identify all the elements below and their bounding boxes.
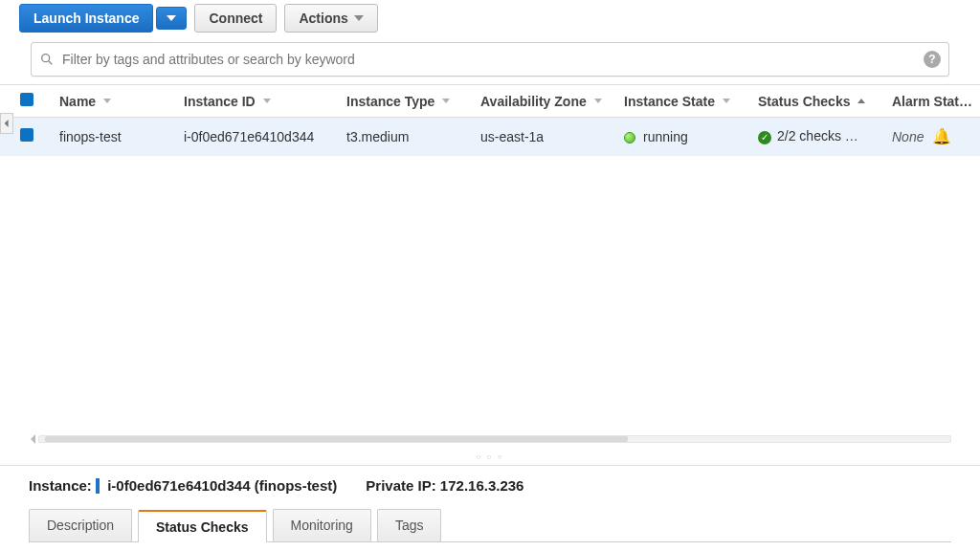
column-header-alarm-status[interactable]: Alarm Status [886, 85, 980, 118]
cell-name: finops-test [54, 118, 178, 156]
help-icon[interactable]: ? [924, 51, 941, 68]
column-header-instance-type[interactable]: Instance Type [341, 85, 475, 118]
filter-input[interactable] [62, 52, 924, 67]
sort-caret-up-icon [858, 99, 865, 103]
cell-status-checks: ✓2/2 checks … [752, 118, 886, 156]
svg-marker-2 [5, 120, 9, 127]
panel-collapse-handle[interactable] [0, 113, 13, 134]
instances-table: Name Instance ID Instance Type Availabil… [0, 84, 980, 156]
tab-tags[interactable]: Tags [377, 509, 442, 541]
row-checkbox[interactable] [20, 128, 33, 142]
cell-instance-state: running [618, 118, 752, 156]
scrollbar-thumb[interactable] [45, 436, 628, 442]
sort-caret-icon [263, 99, 271, 103]
cell-availability-zone: us-east-1a [475, 118, 618, 156]
chevron-left-icon [3, 119, 11, 128]
column-header-name[interactable]: Name [54, 85, 178, 118]
table-row[interactable]: finops-test i-0f0ed671e6410d344 t3.mediu… [0, 118, 980, 156]
column-header-status-checks[interactable]: Status Checks [752, 85, 886, 118]
sort-caret-icon [103, 99, 111, 103]
tab-status-checks[interactable]: Status Checks [138, 510, 266, 542]
check-circle-icon: ✓ [758, 131, 771, 144]
svg-point-0 [42, 55, 50, 62]
launch-instance-button[interactable]: Launch Instance [19, 4, 153, 33]
launch-instance-dropdown-button[interactable] [156, 7, 187, 30]
panel-resize-handle[interactable]: ○ ○ ○ [477, 452, 504, 461]
details-header: Instance: i-0f0ed671e6410d344 (finops-te… [29, 474, 951, 509]
search-icon [39, 52, 55, 67]
actions-button-label: Actions [299, 11, 347, 26]
scrollbar-track[interactable] [38, 435, 951, 443]
alarm-bell-icon[interactable]: 🔔 [927, 128, 950, 144]
filter-bar: ? [31, 42, 949, 77]
private-ip-label: Private IP: [366, 477, 435, 494]
cell-instance-id: i-0f0ed671e6410d344 [178, 118, 341, 156]
column-header-instance-id[interactable]: Instance ID [178, 85, 341, 118]
toolbar: Launch Instance Connect Actions [0, 0, 980, 42]
sort-caret-icon [594, 99, 602, 103]
horizontal-scrollbar[interactable] [29, 434, 951, 444]
cell-instance-type: t3.medium [341, 118, 475, 156]
select-all-checkbox[interactable] [20, 93, 33, 106]
column-header-instance-state[interactable]: Instance State [618, 85, 752, 118]
tab-monitoring[interactable]: Monitoring [273, 509, 371, 541]
instance-label: Instance: [29, 477, 92, 494]
scroll-left-icon [29, 434, 38, 444]
details-panel: Instance: i-0f0ed671e6410d344 (finops-te… [0, 465, 980, 551]
caret-down-icon [167, 15, 176, 21]
connect-button[interactable]: Connect [194, 4, 277, 33]
caret-down-icon [354, 15, 364, 21]
instance-marker-icon [96, 478, 100, 494]
cell-alarm-status: None 🔔 [886, 118, 980, 156]
svg-marker-3 [31, 434, 35, 444]
tab-description[interactable]: Description [29, 509, 132, 541]
details-tabs: Description Status Checks Monitoring Tag… [29, 509, 951, 542]
running-state-icon [624, 132, 635, 143]
column-header-availability-zone[interactable]: Availability Zone [475, 85, 618, 118]
sort-caret-icon [442, 99, 450, 103]
sort-caret-icon [723, 99, 730, 103]
actions-button[interactable]: Actions [284, 4, 377, 33]
instance-value: i-0f0ed671e6410d344 (finops-test) [107, 477, 337, 494]
svg-line-1 [49, 61, 52, 64]
private-ip-value: 172.16.3.236 [440, 477, 524, 494]
